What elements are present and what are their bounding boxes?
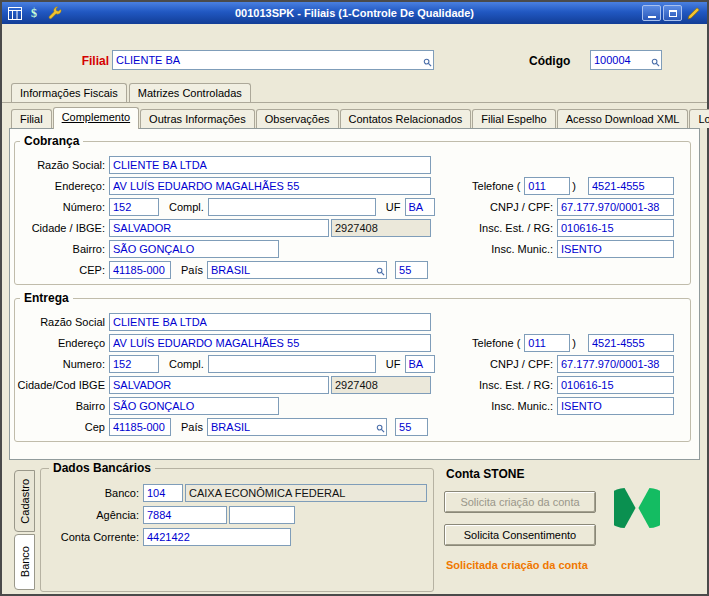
pais-input[interactable] bbox=[207, 261, 387, 279]
tab-outras-informacoes[interactable]: Outras Informações bbox=[140, 109, 255, 128]
telefone-input[interactable] bbox=[588, 177, 674, 195]
codigo-input[interactable] bbox=[590, 50, 662, 70]
tab-observacoes[interactable]: Observações bbox=[256, 109, 339, 128]
edit-pencil-icon[interactable] bbox=[684, 5, 703, 21]
tab-acesso-download-xml[interactable]: Acesso Download XML bbox=[557, 109, 689, 128]
pais-codigo-input[interactable] bbox=[395, 261, 428, 279]
cep-input[interactable] bbox=[109, 261, 171, 279]
entrega-row-cidade: Cidade/Cod IBGE Insc. Est. / RG: bbox=[17, 374, 674, 395]
compl-input[interactable] bbox=[208, 198, 376, 216]
entrega-groupbox: Entrega Razão Social Endereço Telefone (… bbox=[14, 298, 691, 442]
insc-est-input[interactable] bbox=[557, 376, 674, 394]
pais-field bbox=[207, 418, 387, 436]
money-icon[interactable]: $ bbox=[26, 5, 44, 21]
cobranca-row-endereco: Endereço: Telefone ( ) bbox=[17, 175, 674, 196]
cnpj-input[interactable] bbox=[557, 355, 674, 373]
insc-est-group: Insc. Est. / RG: bbox=[479, 376, 674, 394]
uf-input[interactable] bbox=[405, 198, 435, 216]
insc-munic-label: Insc. Munic.: bbox=[491, 400, 557, 412]
conta-corrente-label: Conta Corrente: bbox=[45, 531, 143, 543]
cep-input[interactable] bbox=[109, 418, 171, 436]
uf-input[interactable] bbox=[405, 355, 435, 373]
cnpj-input[interactable] bbox=[557, 198, 674, 216]
numero-input[interactable] bbox=[109, 198, 159, 216]
telefone-ddd-input[interactable] bbox=[524, 334, 570, 352]
telefone-label: Telefone ( bbox=[472, 337, 524, 349]
insc-munic-input[interactable] bbox=[557, 240, 674, 258]
solicita-consentimento-button[interactable]: Solicita Consentimento bbox=[444, 524, 596, 546]
insc-munic-input[interactable] bbox=[557, 397, 674, 415]
minimize-icon[interactable] bbox=[642, 5, 661, 21]
solicita-criacao-conta-button[interactable]: Solicita criação da conta bbox=[444, 491, 596, 513]
telefone-close-paren: ) bbox=[572, 337, 580, 349]
cobranca-row-cidade: Cidade / IBGE: Insc. Est. / RG: bbox=[17, 217, 674, 238]
numero-input[interactable] bbox=[109, 355, 159, 373]
tab-informacoes-fiscais[interactable]: Informações Fiscais bbox=[11, 83, 127, 102]
bairro-label: Bairro bbox=[17, 400, 109, 412]
insc-est-group: Insc. Est. / RG: bbox=[479, 219, 674, 237]
telefone-input[interactable] bbox=[588, 334, 674, 352]
cobranca-groupbox: Cobrança Razão Social: Endereço: Telefon… bbox=[14, 141, 691, 285]
tab-matrizes-controladas[interactable]: Matrizes Controladas bbox=[129, 83, 251, 102]
conta-corrente-row: Conta Corrente: bbox=[45, 526, 427, 548]
endereco-input[interactable] bbox=[109, 334, 431, 352]
razao-social-input[interactable] bbox=[109, 313, 431, 331]
side-tab-cadastro[interactable]: Cadastro bbox=[14, 470, 35, 532]
tabs-block: Informações Fiscais Matrizes Controladas… bbox=[2, 78, 707, 128]
side-tab-banco-label: Banco bbox=[19, 546, 31, 577]
entrega-row-bairro: Bairro Insc. Munic.: bbox=[17, 395, 674, 416]
filial-field bbox=[112, 50, 434, 70]
cnpj-label: CNPJ / CPF: bbox=[490, 358, 557, 370]
entrega-row-numero: Numero: Compl. UF CNPJ / CPF: bbox=[17, 353, 674, 374]
tab-filial-espelho[interactable]: Filial Espelho bbox=[472, 109, 555, 128]
tab-log[interactable]: Log bbox=[689, 109, 709, 128]
svg-text:$: $ bbox=[31, 6, 37, 20]
stone-status-text: Solicitada criação da conta bbox=[446, 559, 702, 571]
cidade-input[interactable] bbox=[109, 219, 329, 237]
ibge-readonly-field bbox=[331, 219, 431, 237]
banco-label: Banco: bbox=[45, 487, 143, 499]
endereco-input[interactable] bbox=[109, 177, 431, 195]
pais-label: País bbox=[181, 264, 203, 276]
app-window: $ 001013SPK - Filiais (1-Controle De Qua… bbox=[0, 0, 709, 596]
side-tab-cadastro-label: Cadastro bbox=[19, 479, 31, 524]
banco-codigo-input[interactable] bbox=[143, 484, 183, 502]
stone-logo bbox=[614, 486, 660, 532]
cobranca-row-numero: Número: Compl. UF CNPJ / CPF: bbox=[17, 196, 674, 217]
window-title: 001013SPK - Filiais (1-Controle De Quali… bbox=[2, 7, 707, 19]
filial-input[interactable] bbox=[112, 50, 434, 70]
razao-social-label: Razão Social: bbox=[17, 159, 109, 171]
bairro-input[interactable] bbox=[109, 397, 279, 415]
pais-input[interactable] bbox=[207, 418, 387, 436]
wrench-icon[interactable] bbox=[46, 5, 64, 21]
razao-social-input[interactable] bbox=[109, 156, 431, 174]
conta-corrente-input[interactable] bbox=[143, 528, 291, 546]
maximize-icon[interactable] bbox=[663, 5, 682, 21]
tab-contatos-relacionados[interactable]: Contatos Relacionados bbox=[340, 109, 472, 128]
cobranca-row-cep: CEP: País bbox=[17, 259, 674, 280]
tab-complemento[interactable]: Complemento bbox=[53, 107, 139, 129]
cobranca-row-razao-social: Razão Social: bbox=[17, 154, 674, 175]
cnpj-group: CNPJ / CPF: bbox=[490, 355, 674, 373]
telefone-ddd-input[interactable] bbox=[524, 177, 570, 195]
entrega-title: Entrega bbox=[20, 291, 73, 305]
cobranca-row-bairro: Bairro: Insc. Munic.: bbox=[17, 238, 674, 259]
compl-input[interactable] bbox=[208, 355, 376, 373]
cobranca-title: Cobrança bbox=[20, 134, 83, 148]
cep-label: Cep bbox=[17, 421, 109, 433]
cidade-label: Cidade / IBGE: bbox=[17, 222, 109, 234]
insc-est-input[interactable] bbox=[557, 219, 674, 237]
ibge-readonly-field bbox=[331, 376, 431, 394]
agencia-digito-input[interactable] bbox=[229, 506, 295, 524]
pais-codigo-input[interactable] bbox=[395, 418, 428, 436]
bairro-input[interactable] bbox=[109, 240, 279, 258]
agencia-input[interactable] bbox=[143, 506, 227, 524]
side-tab-banco[interactable]: Banco bbox=[14, 534, 35, 590]
cidade-input[interactable] bbox=[109, 376, 329, 394]
tab-filial[interactable]: Filial bbox=[11, 109, 52, 128]
numero-label: Numero: bbox=[17, 358, 109, 370]
endereco-label: Endereço: bbox=[17, 180, 109, 192]
insc-est-label: Insc. Est. / RG: bbox=[479, 379, 557, 391]
pais-label: País bbox=[181, 421, 203, 433]
app-grid-icon[interactable] bbox=[6, 5, 24, 21]
